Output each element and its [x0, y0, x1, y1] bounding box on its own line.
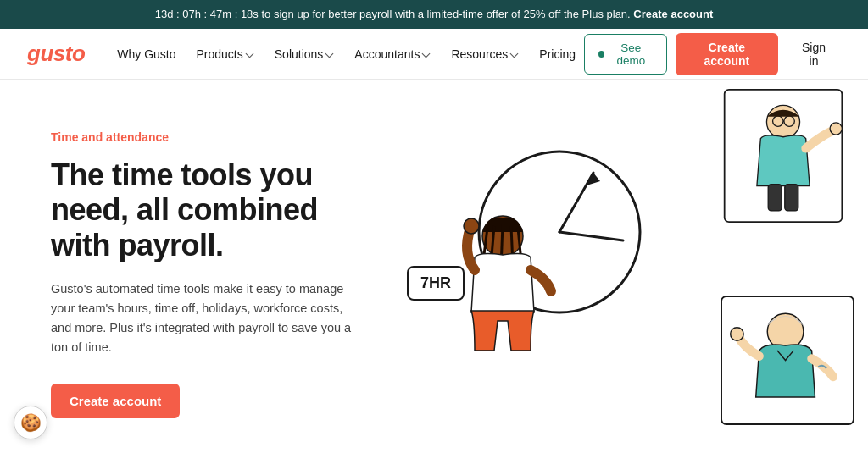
demo-icon: [598, 51, 604, 58]
chevron-down-icon: [326, 50, 334, 58]
svg-rect-11: [785, 185, 798, 211]
nav-item-resources[interactable]: Resources: [442, 42, 527, 66]
chevron-down-icon: [422, 50, 431, 58]
nav-item-solutions[interactable]: Solutions: [266, 42, 343, 66]
svg-point-18: [464, 218, 479, 234]
nav-item-accountants[interactable]: Accountants: [346, 42, 439, 66]
cookie-icon: 🍪: [20, 412, 42, 433]
nav-item-products[interactable]: Products: [188, 42, 263, 66]
main-content: Time and attendance The time tools you n…: [0, 80, 868, 451]
nav-links: Why Gusto Products Solutions Accountants…: [108, 42, 584, 66]
chevron-down-icon: [246, 50, 254, 58]
person-bottom-right-illustration: [720, 295, 855, 426]
svg-rect-10: [768, 185, 782, 211]
cookie-consent-button[interactable]: 🍪: [14, 406, 47, 439]
logo[interactable]: gusto: [27, 41, 85, 67]
chevron-down-icon: [510, 50, 519, 58]
hero-title: The time tools you need, all combined wi…: [51, 157, 363, 262]
promo-banner: 13d : 07h : 47m : 18s to sign up for bet…: [0, 0, 868, 29]
nav-item-why-gusto[interactable]: Why Gusto: [108, 42, 184, 66]
see-demo-button[interactable]: See demo: [584, 34, 667, 75]
svg-point-9: [830, 123, 842, 135]
banner-link[interactable]: Create account: [633, 8, 713, 20]
hero-illustration: 8 HR 7HR 10 HR: [390, 80, 868, 451]
banner-text: 13d : 07h : 47m : 18s to sign up for bet…: [155, 8, 631, 20]
create-account-button-nav[interactable]: Create account: [676, 33, 778, 75]
create-account-button-hero[interactable]: Create account: [51, 384, 180, 418]
nav-item-pricing[interactable]: Pricing: [531, 42, 584, 66]
hero-left: Time and attendance The time tools you n…: [0, 80, 390, 451]
category-label: Time and attendance: [51, 130, 363, 144]
sign-in-button[interactable]: Sign in: [787, 34, 841, 75]
nav-right: See demo Create account Sign in: [584, 33, 841, 75]
person-top-right-illustration: [715, 88, 851, 224]
navbar: gusto Why Gusto Products Solutions Accou…: [0, 29, 868, 80]
hero-description: Gusto's automated time tools make it eas…: [51, 279, 356, 358]
person-middle-illustration: [428, 211, 576, 367]
svg-point-21: [731, 328, 744, 341]
